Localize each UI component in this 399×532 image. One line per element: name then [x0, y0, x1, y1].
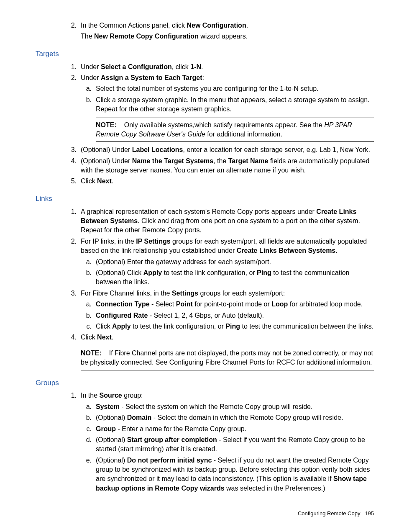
marker: 2. [64, 73, 77, 82]
marker: a. [81, 402, 92, 411]
sub-a: a.System - Select the system on which th… [81, 402, 374, 411]
sub-a: a.(Optional) Enter the gateway address f… [81, 257, 374, 267]
marker: b. [81, 95, 92, 105]
note-text: If Fibre Channel ports are not displayed… [81, 350, 373, 366]
text: Under Select a Configuration, click 1-N. [81, 63, 203, 70]
text: For IP links, in the IP Settings groups … [81, 238, 367, 254]
text: Click a storage system graphic. In the m… [96, 96, 370, 113]
note-label: NOTE: [81, 350, 102, 357]
text: Configured Rate - Select 1, 2, 4 Gbps, o… [96, 312, 264, 319]
marker: b. [81, 311, 92, 320]
links-step-3: 3. For Fibre Channel links, in the Setti… [64, 289, 374, 332]
marker: 3. [64, 289, 77, 298]
text-line2: The New Remote Copy Configuration wizard… [81, 32, 374, 41]
sub-b: b.(Optional) Domain - Select the domain … [81, 413, 374, 422]
targets-step-2-sub: a.Select the total number of systems you… [81, 84, 374, 142]
text: (Optional) Domain - Select the domain in… [96, 414, 343, 421]
heading-targets: Targets [36, 49, 374, 59]
text: (Optional) Start group after completion … [96, 436, 365, 452]
marker: 2. [64, 237, 77, 246]
text: Connection Type - Select Point for point… [96, 301, 363, 308]
groups-step-1: 1. In the Source group: a.System - Selec… [64, 391, 374, 493]
text: Select the total number of systems you a… [96, 85, 319, 92]
sub-b: b.(Optional) Click Apply to test the lin… [81, 268, 374, 287]
note-text: Only available systems,which satisfy req… [96, 121, 352, 138]
groups-step-1-sub: a.System - Select the system on which th… [81, 402, 374, 493]
text: (Optional) Under Label Locations, enter … [81, 146, 370, 153]
sub-b: b.Configured Rate - Select 1, 2, 4 Gbps,… [81, 311, 374, 320]
footer-title: Configuring Remote Copy [298, 510, 361, 517]
sub-d: d.(Optional) Start group after completio… [81, 435, 374, 454]
links-step-3-sub: a.Connection Type - Select Point for poi… [81, 300, 374, 331]
note-label: NOTE: [96, 121, 117, 129]
marker: 3. [64, 145, 77, 154]
marker: b. [81, 268, 92, 278]
marker: a. [81, 84, 92, 93]
marker: 4. [64, 157, 77, 166]
targets-step-4: 4. (Optional) Under Name the Target Syst… [64, 157, 374, 175]
intro-list: 2. In the Common Actions panel, click Ne… [64, 21, 374, 41]
sub-e: e.(Optional) Do not perform initial sync… [81, 456, 374, 493]
links-step-2-sub: a.(Optional) Enter the gateway address f… [81, 257, 374, 287]
links-step-2: 2. For IP links, in the IP Settings grou… [64, 237, 374, 287]
targets-step-2: 2. Under Assign a System to Each Target:… [64, 73, 374, 142]
text: Click Next. [81, 177, 113, 185]
links-list: 1. A graphical representation of each sy… [64, 207, 374, 370]
links-step-1: 1. A graphical representation of each sy… [64, 207, 374, 235]
text: In the Common Actions panel, click New C… [81, 22, 248, 29]
marker: e. [81, 456, 92, 465]
text: (Optional) Click Apply to test the link … [96, 269, 350, 285]
note-box: NOTE:Only available systems,which satisf… [96, 118, 374, 142]
page-number: 195 [365, 510, 374, 517]
groups-list: 1. In the Source group: a.System - Selec… [64, 391, 374, 493]
text: Click Apply to test the link configurati… [96, 323, 373, 330]
marker: 4. [64, 333, 77, 342]
targets-list: 1. Under Select a Configuration, click 1… [64, 62, 374, 186]
text: For Fibre Channel links, in the Settings… [81, 290, 285, 297]
text: Click Next. [81, 334, 113, 341]
links-step-4: 4. Click Next. NOTE:If Fibre Channel por… [64, 333, 374, 370]
text: In the Source group: [81, 392, 143, 399]
targets-step-5: 5. Click Next. [64, 177, 374, 186]
intro-step-2: 2. In the Common Actions panel, click Ne… [64, 21, 374, 41]
heading-groups: Groups [36, 378, 374, 388]
text: A graphical representation of each syste… [81, 208, 360, 234]
text: Under Assign a System to Each Target: [81, 74, 204, 81]
marker: c. [81, 424, 92, 434]
marker: b. [81, 413, 92, 422]
note-box: NOTE:If Fibre Channel ports are not disp… [81, 346, 374, 370]
marker: d. [81, 435, 92, 445]
text: (Optional) Under Name the Target Systems… [81, 157, 369, 174]
sub-c: c.Group - Enter a name for the Remote Co… [81, 424, 374, 434]
marker: 1. [64, 62, 77, 72]
page-footer: Configuring Remote Copy 195 [36, 510, 374, 517]
text: (Optional) Enter the gateway address for… [96, 258, 271, 265]
marker: 2. [64, 21, 77, 30]
text: Group - Enter a name for the Remote Copy… [96, 425, 246, 432]
text: (Optional) Do not perform initial sync -… [96, 457, 370, 492]
marker: 1. [64, 391, 77, 400]
sub-b: b.Click a storage system graphic. In the… [81, 95, 374, 142]
sub-a: a.Select the total number of systems you… [81, 84, 374, 93]
marker: a. [81, 257, 92, 267]
targets-step-1: 1. Under Select a Configuration, click 1… [64, 62, 374, 72]
marker: 5. [64, 177, 77, 186]
heading-links: Links [36, 194, 374, 204]
marker: 1. [64, 207, 77, 216]
sub-a: a.Connection Type - Select Point for poi… [81, 300, 374, 309]
sub-c: c.Click Apply to test the link configura… [81, 322, 374, 331]
marker: a. [81, 300, 92, 309]
marker: c. [81, 322, 92, 331]
targets-step-3: 3. (Optional) Under Label Locations, ent… [64, 145, 374, 154]
text: System - Select the system on which the … [96, 403, 312, 410]
